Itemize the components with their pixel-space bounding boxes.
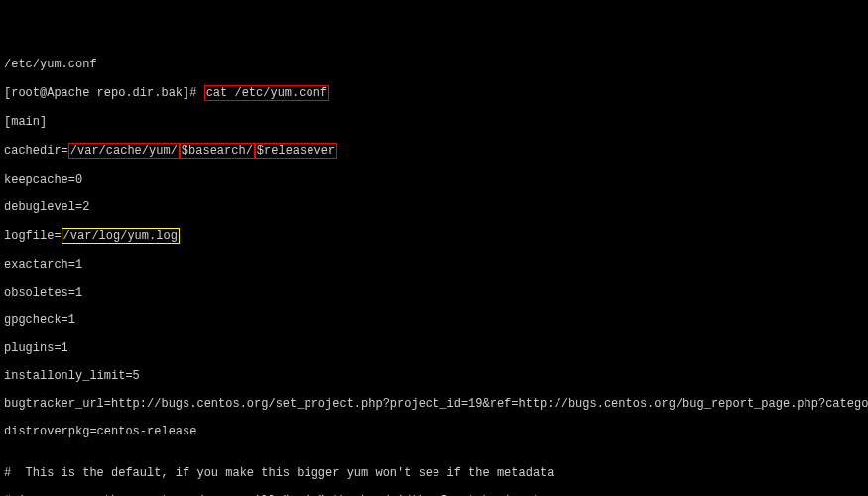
highlight-basearch: $basearch/ — [180, 143, 255, 159]
term-line: exactarch=1 — [4, 258, 864, 272]
term-line: obsoletes=1 — [4, 286, 864, 300]
term-line: logfile=/var/log/yum.log — [4, 228, 864, 244]
term-line: keepcache=0 — [4, 173, 864, 186]
highlight-cachedir-path: /var/cache/yum/ — [68, 143, 180, 159]
term-line: plugins=1 — [4, 341, 864, 355]
term-line: gpgcheck=1 — [4, 313, 864, 327]
highlight-cat-cmd: cat /etc/yum.conf — [204, 85, 329, 101]
prompt: [root@Apache repo.dir.bak]# — [4, 86, 204, 100]
term-line: distroverpkg=centos-release — [4, 425, 864, 438]
highlight-logfile: /var/log/yum.log — [62, 228, 180, 244]
term-line: debuglevel=2 — [4, 200, 864, 214]
term-line: [root@Apache repo.dir.bak]# cat /etc/yum… — [4, 85, 864, 101]
term-line: installonly_limit=5 — [4, 369, 864, 383]
highlight-releasever: $releasever — [255, 143, 337, 159]
term-line: # This is the default, if you make this … — [4, 466, 864, 480]
config-key: cachedir= — [4, 144, 68, 158]
term-line: [main] — [4, 115, 864, 129]
term-line: /etc/yum.conf — [4, 58, 864, 71]
term-line: cachedir=/var/cache/yum/$basearch/$relea… — [4, 143, 864, 159]
term-line: bugtracker_url=http://bugs.centos.org/se… — [4, 397, 864, 411]
config-key: logfile= — [4, 229, 62, 243]
